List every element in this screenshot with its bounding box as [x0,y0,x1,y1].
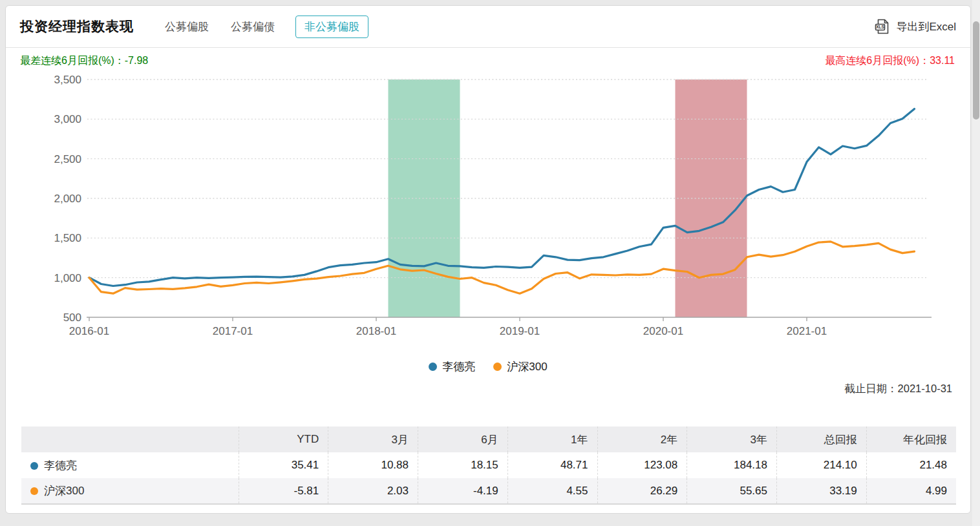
col-header-ytd: YTD [239,426,328,452]
as-of-date-value: 2021-10-31 [898,383,952,394]
table-cell: 123.08 [597,452,687,478]
table-cell: 2.03 [328,478,418,504]
table-corner-cell [21,426,239,452]
svg-text:2021-01: 2021-01 [787,325,827,337]
svg-text:XLS: XLS [877,25,885,29]
svg-text:2017-01: 2017-01 [213,325,253,337]
col-header-total-return: 总回报 [777,426,867,452]
tab-public-equity[interactable]: 公募偏股 [164,16,210,37]
table-row-manager: 李德亮 35.41 10.88 18.15 48.71 123.08 184.1… [21,452,956,478]
svg-text:2016-01: 2016-01 [69,325,109,337]
xls-file-icon: XLS [874,18,891,35]
col-header-3y: 3年 [687,426,777,452]
row-name-benchmark: 沪深300 [44,485,84,497]
svg-text:3,500: 3,500 [54,74,81,86]
as-of-date-label: 截止日期： [844,383,898,394]
metrics-row: 最差连续6月回报(%)：-7.98 最高连续6月回报(%)：33.11 [6,48,970,68]
table-cell: 4.99 [866,478,956,504]
table-cell: 18.15 [418,452,508,478]
series-dot-benchmark [30,487,38,495]
export-label: 导出到Excel [896,19,956,34]
table-cell: 26.29 [597,478,687,504]
col-header-1y: 1年 [507,426,597,452]
best-6m-return-label: 最高连续6月回报(%)： [825,55,930,66]
scrollbar-thumb[interactable] [973,21,979,120]
chart-area[interactable]: 3,5003,0002,5002,0001,5001,0005002016-01… [15,70,970,349]
performance-line-chart[interactable]: 3,5003,0002,5002,0001,5001,0005002016-01… [15,70,959,346]
worst-6m-return: 最差连续6月回报(%)：-7.98 [20,54,148,68]
legend-label-benchmark: 沪深300 [507,359,547,374]
svg-text:1,000: 1,000 [54,272,81,284]
table-cell: 21.48 [866,452,956,478]
table-cell: 33.19 [777,478,867,504]
row-name-cell: 沪深300 [21,478,239,504]
worst-6m-return-label: 最差连续6月回报(%)： [20,55,125,66]
table-cell: 35.41 [239,452,328,478]
svg-text:500: 500 [63,311,81,324]
table-cell: 184.18 [687,452,777,478]
table-cell: -4.19 [418,478,508,504]
table-cell: 48.71 [507,452,597,478]
col-header-2y: 2年 [597,426,687,452]
svg-text:3,000: 3,000 [54,113,81,125]
svg-text:1,500: 1,500 [54,232,81,244]
tab-nonpublic-equity[interactable]: 非公募偏股 [295,16,368,38]
table-cell: -5.81 [239,478,328,504]
legend-label-manager: 李德亮 [442,359,475,374]
tab-bar: 公募偏股 公募偏债 非公募偏股 [164,16,368,38]
table-cell: 4.55 [507,478,597,504]
export-to-excel-button[interactable]: XLS 导出到Excel [874,18,956,35]
best-6m-return-value: 33.11 [930,55,955,66]
svg-text:2019-01: 2019-01 [500,325,540,337]
legend-item-benchmark[interactable]: 沪深300 [493,359,547,374]
table-cell: 10.88 [328,452,418,478]
series-dot-manager [30,462,38,470]
row-name-cell: 李德亮 [21,452,239,478]
svg-text:2020-01: 2020-01 [643,325,683,337]
svg-text:2018-01: 2018-01 [356,325,396,337]
as-of-date: 截止日期：2021-10-31 [6,382,970,396]
performance-panel: 投资经理指数表现 公募偏股 公募偏债 非公募偏股 XLS 导出到Excel 最差… [5,5,971,514]
col-header-3m: 3月 [328,426,418,452]
table-header-row: YTD 3月 6月 1年 2年 3年 总回报 年化回报 [21,426,956,452]
col-header-annualized-return: 年化回报 [866,426,956,452]
chart-legend: 李德亮 沪深300 [6,359,970,373]
scrollbar-track[interactable] [972,0,980,526]
page-title: 投资经理指数表现 [20,17,134,36]
row-name-manager: 李德亮 [44,459,77,472]
legend-dot-manager [429,363,437,371]
legend-item-manager[interactable]: 李德亮 [429,359,475,374]
best-6m-return: 最高连续6月回报(%)：33.11 [825,54,955,68]
performance-table: YTD 3月 6月 1年 2年 3年 总回报 年化回报 李德亮 35.41 10… [21,426,956,505]
table-row-benchmark: 沪深300 -5.81 2.03 -4.19 4.55 26.29 55.65 … [21,478,956,504]
tab-public-bond[interactable]: 公募偏债 [229,16,276,37]
worst-6m-return-value: -7.98 [125,55,148,66]
svg-text:2,500: 2,500 [54,153,81,165]
legend-dot-benchmark [493,363,502,371]
panel-header: 投资经理指数表现 公募偏股 公募偏债 非公募偏股 XLS 导出到Excel [6,6,970,47]
svg-text:2,000: 2,000 [54,193,81,205]
col-header-6m: 6月 [418,426,508,452]
table-cell: 214.10 [777,452,867,478]
table-cell: 55.65 [687,478,777,504]
